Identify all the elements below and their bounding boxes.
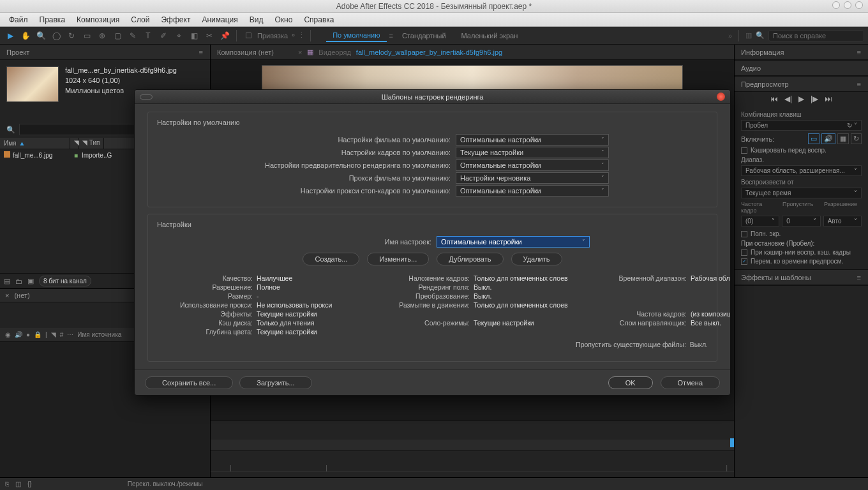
interpret-icon[interactable]: ▤ (4, 277, 10, 285)
menu-layer[interactable]: Слой (126, 14, 154, 26)
selection-tool-icon[interactable]: ▶ (4, 29, 17, 42)
prev-frame-icon[interactable]: ◀| (784, 94, 792, 103)
roto-tool-icon[interactable]: ✂ (203, 29, 216, 42)
hand-tool-icon[interactable]: ✋ (19, 29, 32, 42)
next-frame-icon[interactable]: |▶ (811, 94, 818, 103)
menu-animation[interactable]: Анимация (197, 14, 243, 26)
range-dropdown[interactable]: Рабочая область, расширенная...˅ (741, 165, 862, 176)
statusbar: ⎘ ◫ {} Перекл. выключ./режимы (0, 477, 868, 490)
snap-checkbox[interactable]: ☐ (242, 29, 255, 42)
info-panel-title[interactable]: Информация (741, 48, 784, 56)
pen-tool-icon[interactable]: ✎ (126, 29, 139, 42)
detail-key: Кэш диска: (157, 319, 253, 327)
rotate-tool-icon[interactable]: ↻ (65, 29, 78, 42)
eye-icon[interactable]: ◉ (5, 331, 11, 338)
close-icon[interactable] (717, 93, 725, 101)
solo-icon[interactable]: ● (26, 331, 30, 338)
preview-panel-title[interactable]: Предпросмотр (741, 80, 789, 88)
panel-menu-icon[interactable]: ≡ (857, 274, 862, 281)
duplicate-button[interactable]: Дублировать (437, 253, 503, 265)
delete-button[interactable]: Удалить (511, 253, 562, 265)
include-overlays-icon[interactable]: ▦ (837, 133, 849, 144)
save-all-button[interactable]: Сохранить все... (145, 376, 233, 389)
puppet-tool-icon[interactable]: 📌 (218, 29, 231, 42)
brush-tool-icon[interactable]: ✐ (157, 29, 170, 42)
zoom-tool-icon[interactable]: 🔍 (34, 29, 47, 42)
orbit-tool-icon[interactable]: ◯ (50, 29, 63, 42)
label-icon[interactable]: ◥ (51, 331, 56, 338)
shape-tool-icon[interactable]: ▢ (111, 29, 124, 42)
close-tab-icon[interactable]: × (5, 292, 9, 299)
composition-tab[interactable]: Композиция (нет) (217, 48, 274, 56)
ok-button[interactable]: OK (608, 376, 653, 389)
prerender-default-select[interactable]: Оптимальные настройки˅ (456, 160, 609, 171)
menu-edit[interactable]: Правка (34, 14, 71, 26)
menu-view[interactable]: Вид (244, 14, 269, 26)
frames-default-select[interactable]: Текущие настройки˅ (456, 147, 609, 158)
help-search-input[interactable] (768, 30, 864, 41)
panel-menu-icon[interactable]: ≡ (857, 80, 862, 88)
col-type[interactable]: ◥ Тип (79, 138, 104, 149)
workspace-standard[interactable]: Стандартный (396, 30, 453, 41)
include-video-icon[interactable]: ▭ (808, 133, 819, 144)
fps-dropdown[interactable]: (0)˅ (741, 216, 779, 226)
first-frame-icon[interactable]: ⏮ (770, 94, 778, 103)
play-icon[interactable]: ▶ (798, 94, 804, 103)
cache-checkbox[interactable]: Кэшировать перед воспр. (741, 147, 862, 154)
panel-menu-icon[interactable]: ≡ (857, 48, 862, 56)
shortcut-dropdown[interactable]: Пробел↻ ˅ (741, 120, 862, 131)
skip-dropdown[interactable]: 0˅ (782, 216, 820, 226)
status-icon[interactable]: ◫ (15, 480, 21, 487)
edit-button[interactable]: Изменить... (367, 253, 429, 265)
status-icon[interactable]: {} (27, 480, 32, 487)
pan-behind-tool-icon[interactable]: ⊕ (96, 29, 108, 42)
new-comp-icon[interactable]: ▣ (27, 277, 34, 285)
movie-default-select[interactable]: Оптимальные настройки˅ (456, 134, 609, 145)
on-cache-checkbox[interactable]: При кэшир-нии воспр. кэш. кадры (741, 249, 862, 256)
menu-window[interactable]: Окно (269, 14, 297, 26)
menu-effect[interactable]: Эффект (156, 14, 195, 26)
lock-icon[interactable]: 🔒 (34, 331, 41, 338)
audio-icon[interactable]: 🔊 (15, 331, 22, 338)
maximize-icon[interactable] (844, 1, 851, 9)
library-icon[interactable]: ▥ (745, 31, 752, 40)
col-name[interactable]: Имя (4, 140, 16, 147)
timeline-area[interactable]: | | | (211, 420, 734, 477)
include-loop-icon[interactable]: ↻ (851, 133, 862, 144)
preset-name-select[interactable]: Оптимальные настройки˅ (437, 236, 590, 248)
minimize-icon[interactable] (832, 1, 840, 9)
menu-file[interactable]: Файл (4, 14, 33, 26)
last-frame-icon[interactable]: ⏭ (825, 94, 832, 103)
proxy-still-default-select[interactable]: Оптимальные настройки˅ (456, 185, 609, 197)
menu-composition[interactable]: Композиция (71, 14, 124, 26)
audio-panel-title[interactable]: Аудио (741, 64, 761, 72)
status-icon[interactable]: ⎘ (5, 480, 9, 487)
fullscreen-checkbox[interactable]: Полн. экр. (741, 230, 862, 237)
camera-tool-icon[interactable]: ▭ (80, 29, 93, 42)
menu-help[interactable]: Справка (299, 14, 339, 26)
eraser-tool-icon[interactable]: ◧ (188, 29, 200, 42)
resolution-dropdown[interactable]: Авто˅ (823, 216, 862, 226)
workspace-small[interactable]: Маленький экран (455, 30, 525, 41)
type-tool-icon[interactable]: T (142, 29, 154, 42)
toggle-switches-hint[interactable]: Перекл. выключ./режимы (128, 480, 203, 487)
new-folder-icon[interactable]: 🗀 (15, 278, 22, 285)
load-button[interactable]: Загрузить... (239, 376, 311, 389)
bpc-button[interactable]: 8 бит на канал (39, 276, 91, 286)
create-button[interactable]: Создать... (303, 253, 359, 265)
move-time-checkbox[interactable]: ✓Перем. ко времени предпросм. (741, 258, 862, 265)
source-name-col[interactable]: Имя источника (77, 331, 121, 338)
footage-filename[interactable]: fall_melody_wallpaper_by_inertiak-d5fg9h… (356, 48, 502, 56)
proxy-movie-default-select[interactable]: Настройки черновика˅ (456, 172, 609, 184)
effects-panel-title[interactable]: Эффекты и шаблоны (741, 274, 811, 281)
settings-fieldset: Настройки Имя настроек: Оптимальные наст… (147, 214, 717, 362)
clone-tool-icon[interactable]: ⌖ (172, 29, 185, 42)
include-audio-icon[interactable]: 🔊 (821, 133, 835, 144)
snap-label: Привязка (257, 32, 288, 40)
panel-menu-icon[interactable]: ≡ (199, 48, 204, 56)
close-window-icon[interactable] (855, 1, 863, 9)
play-from-dropdown[interactable]: Текущее время˅ (741, 188, 862, 198)
workspace-default[interactable]: По умолчанию (326, 29, 386, 42)
cancel-button[interactable]: Отмена (661, 376, 720, 389)
dialog-titlebar[interactable]: Шаблоны настроек рендеринга (135, 90, 730, 104)
